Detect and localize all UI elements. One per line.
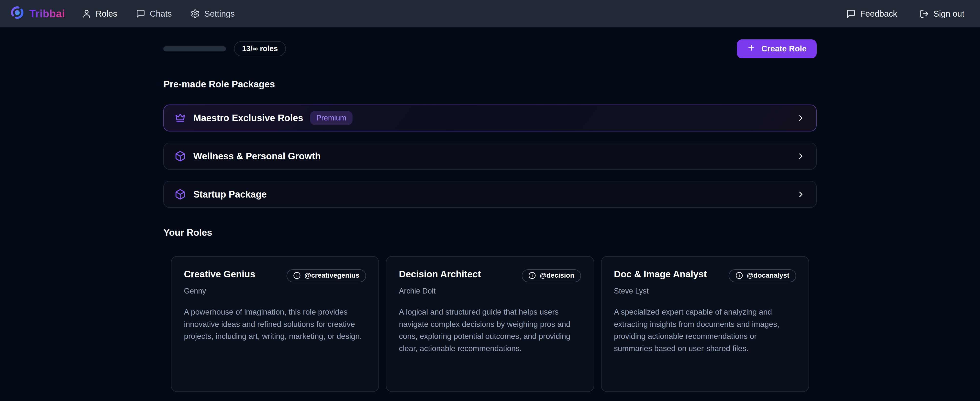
user-icon (82, 9, 91, 18)
brand-name: Tribbai (29, 8, 65, 20)
package-row-wellness[interactable]: Wellness & Personal Growth (163, 143, 816, 170)
role-handle: @decision (539, 272, 574, 280)
roles-toolbar: 13/∞ roles Create Role (163, 40, 816, 58)
role-title: Creative Genius (184, 268, 255, 280)
feedback-button[interactable]: Feedback (846, 9, 897, 19)
role-handle: @creativegenius (304, 272, 359, 280)
chevron-right-icon (796, 190, 805, 199)
nav-item-settings[interactable]: Settings (191, 9, 235, 19)
role-description: A logical and structured guide that help… (399, 306, 581, 355)
main-content: 13/∞ roles Create Role Pre-made Role Pac… (163, 40, 816, 401)
package-row-maestro[interactable]: Maestro Exclusive Roles Premium (163, 104, 816, 131)
info-icon (293, 272, 301, 280)
package-title: Wellness & Personal Growth (193, 151, 321, 161)
role-handle-badge[interactable]: @creativegenius (286, 269, 366, 283)
role-agent-name: Steve Lyst (614, 287, 796, 295)
role-card-creative-genius[interactable]: Creative Genius @creativegenius Genny A … (171, 256, 379, 392)
role-card-header: Doc & Image Analyst @docanalyst (614, 268, 796, 282)
role-title: Decision Architect (399, 268, 481, 280)
gear-icon (191, 9, 200, 18)
crown-icon (175, 112, 186, 124)
package-box-icon (175, 189, 186, 200)
package-title: Maestro Exclusive Roles (193, 113, 304, 123)
roles-page: Tribbai Roles Chats Settings (0, 0, 980, 401)
create-role-label: Create Role (761, 44, 807, 53)
nav-item-chats-label: Chats (150, 9, 172, 19)
nav-item-roles[interactable]: Roles (82, 9, 117, 19)
role-handle-badge[interactable]: @decision (522, 269, 581, 283)
plus-icon (747, 43, 756, 54)
primary-nav: Roles Chats Settings (82, 9, 235, 19)
role-title: Doc & Image Analyst (614, 268, 707, 280)
roles-progress-bar (163, 46, 226, 51)
role-card-header: Decision Architect @decision (399, 268, 581, 282)
info-icon (735, 272, 743, 280)
tribbai-logo-icon (10, 5, 24, 22)
roles-count-badge: 13/∞ roles (234, 41, 286, 56)
nav-item-roles-label: Roles (95, 9, 117, 19)
nav-item-chats[interactable]: Chats (136, 9, 172, 19)
sign-out-icon (920, 9, 929, 18)
role-description: A powerhouse of imagination, this role p… (184, 306, 366, 343)
packages-section-title: Pre-made Role Packages (163, 79, 816, 89)
premium-badge: Premium (310, 111, 353, 125)
package-box-icon (175, 150, 186, 162)
chevron-right-icon (796, 152, 805, 161)
sign-out-label: Sign out (933, 9, 964, 19)
package-list: Maestro Exclusive Roles Premium Wellness… (163, 104, 816, 208)
role-handle-badge[interactable]: @docanalyst (729, 269, 796, 283)
roles-grid: Creative Genius @creativegenius Genny A … (171, 256, 809, 392)
nav-item-settings-label: Settings (204, 9, 235, 19)
feedback-bubble-icon (846, 9, 856, 18)
secondary-nav: Feedback Sign out (846, 9, 964, 19)
role-agent-name: Genny (184, 287, 366, 295)
role-card-decision-architect[interactable]: Decision Architect @decision Archie Doit… (386, 256, 594, 392)
top-navigation: Tribbai Roles Chats Settings (0, 0, 980, 27)
role-description: A specialized expert capable of analyzin… (614, 306, 796, 355)
role-handle: @docanalyst (747, 272, 789, 280)
package-title: Startup Package (193, 189, 267, 200)
brand[interactable]: Tribbai (10, 5, 65, 22)
chevron-right-icon (796, 113, 805, 123)
sign-out-button[interactable]: Sign out (920, 9, 964, 19)
info-icon (528, 272, 536, 280)
role-card-header: Creative Genius @creativegenius (184, 268, 366, 282)
role-agent-name: Archie Doit (399, 287, 581, 295)
chat-bubble-icon (136, 9, 145, 18)
package-row-startup[interactable]: Startup Package (163, 181, 816, 208)
feedback-label: Feedback (860, 9, 897, 19)
create-role-button[interactable]: Create Role (737, 40, 816, 58)
role-card-doc-image-analyst[interactable]: Doc & Image Analyst @docanalyst Steve Ly… (601, 256, 809, 392)
your-roles-section-title: Your Roles (163, 227, 816, 238)
